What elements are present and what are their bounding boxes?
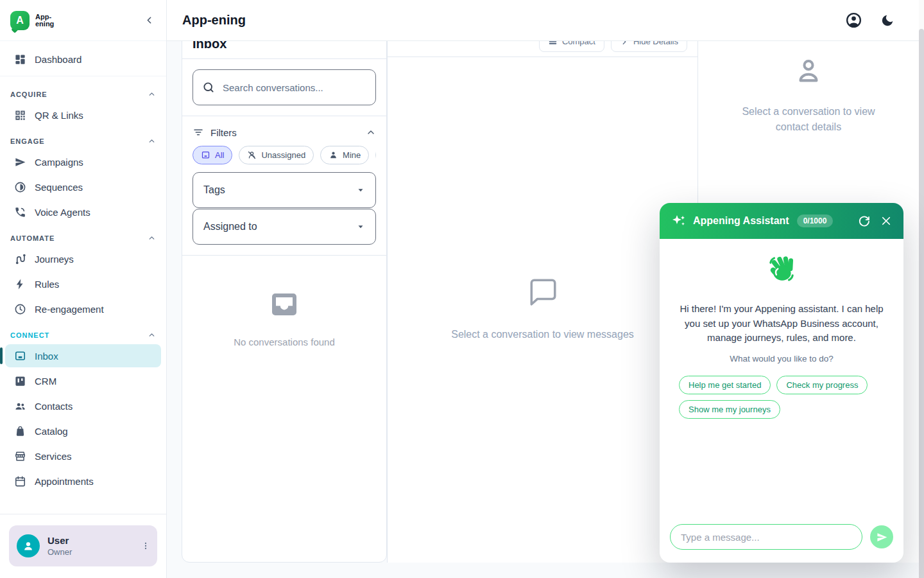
user-meta: User Owner (47, 535, 72, 557)
sidebar-item-appointments[interactable]: Appointments (5, 469, 161, 493)
page-title: App-ening (182, 13, 246, 28)
assistant-message-input[interactable] (670, 524, 862, 550)
dashboard-icon (13, 53, 26, 66)
assistant-widget: Appening Assistant 0/1000 (660, 203, 903, 563)
quick-reply-check-progress[interactable]: Check my progress (776, 376, 868, 394)
caret-down-icon (356, 186, 365, 195)
sidebar-item-inbox[interactable]: Inbox (5, 344, 161, 367)
chip-mine[interactable]: Mine (320, 146, 369, 164)
chip-unassigned[interactable]: Unassigned (239, 146, 314, 164)
sidebar-item-label: Voice Agents (35, 207, 90, 218)
sidebar-item-qr-links[interactable]: QR & Links (5, 103, 161, 127)
page-scrollbar[interactable] (919, 0, 924, 578)
avatar (17, 534, 40, 557)
assistant-greeting: Hi there! I'm your Appening assistant. I… (679, 302, 884, 346)
half-circle-icon (13, 181, 26, 193)
section-label: ENGAGE (10, 137, 45, 145)
sidebar-item-sequences[interactable]: Sequences (5, 175, 161, 198)
sidebar-item-label: CRM (35, 376, 56, 387)
sidebar-item-label: Catalog (35, 426, 68, 437)
moon-icon (880, 13, 894, 28)
sidebar-item-rules[interactable]: Rules (5, 272, 161, 295)
sidebar: A App- ening Dashboard ACQUIRE QR & Link… (0, 0, 167, 578)
assistant-close-button[interactable] (880, 215, 892, 227)
chip-label: All (215, 150, 224, 160)
sidebar-item-contacts[interactable]: Contacts (5, 394, 161, 417)
sidebar-collapse-button[interactable] (144, 15, 155, 26)
filter-chips-row: All Unassigned Mine Unread (193, 146, 376, 164)
sidebar-item-re-engagement[interactable]: Re-engagement (5, 297, 161, 320)
shopping-bag-icon (13, 425, 26, 437)
sidebar-item-label: Sequences (35, 182, 83, 193)
chip-unread[interactable]: Unread (375, 146, 376, 164)
sidebar-item-voice-agents[interactable]: Voice Agents (5, 200, 161, 223)
sidebar-item-dashboard[interactable]: Dashboard (5, 48, 161, 71)
account-button[interactable] (845, 12, 862, 29)
assistant-title: Appening Assistant (693, 215, 789, 227)
filters-header[interactable]: Filters (193, 124, 376, 146)
chevron-left-icon (144, 15, 155, 26)
header-actions (845, 12, 894, 29)
chat-bubble-icon (527, 276, 559, 308)
chevron-up-icon[interactable] (366, 127, 376, 137)
quick-reply-show-journeys[interactable]: Show me my journeys (679, 400, 780, 419)
scrollbar-thumb[interactable] (919, 29, 924, 578)
chevron-up-icon (148, 331, 156, 339)
sidebar-item-campaigns[interactable]: Campaigns (5, 150, 161, 173)
sidebar-item-label: Journeys (35, 254, 74, 265)
sidebar-item-crm[interactable]: CRM (5, 369, 161, 392)
tags-select-label: Tags (203, 184, 225, 196)
section-engage[interactable]: ENGAGE (0, 128, 166, 149)
refresh-icon (858, 215, 870, 227)
sidebar-item-label: QR & Links (35, 110, 83, 121)
sidebar-item-label: Contacts (35, 401, 73, 412)
assistant-send-button[interactable] (870, 525, 893, 548)
sidebar-item-services[interactable]: Services (5, 444, 161, 468)
close-icon (880, 215, 892, 227)
assistant-footer (660, 516, 903, 563)
assistant-header: Appening Assistant 0/1000 (660, 203, 903, 239)
sparkles-icon (671, 213, 687, 229)
person-icon (329, 150, 338, 160)
search-box[interactable] (193, 69, 376, 105)
chevron-up-icon (148, 90, 156, 98)
sidebar-item-label: Inbox (35, 351, 58, 362)
caret-down-icon (356, 222, 365, 231)
send-icon (13, 156, 26, 168)
top-header: App-ening (167, 0, 924, 41)
section-connect[interactable]: CONNECT (0, 322, 166, 343)
inbox-tray-icon (269, 289, 300, 320)
user-menu-button[interactable] (141, 541, 151, 551)
search-input[interactable] (223, 82, 366, 93)
section-automate[interactable]: AUTOMATE (0, 225, 166, 246)
messages-header-divider (388, 57, 697, 57)
qr-code-icon (13, 109, 26, 121)
assistant-refresh-button[interactable] (858, 215, 870, 227)
details-empty-line1: Select a conversation to view (698, 104, 919, 119)
sidebar-item-journeys[interactable]: Journeys (5, 247, 161, 270)
storefront-icon (13, 450, 26, 462)
messages-empty-text: Select a conversation to view messages (388, 329, 697, 340)
messages-panel: Compact Hide Details Select a conversati… (387, 0, 698, 563)
assistant-usage-badge: 0/1000 (797, 215, 834, 227)
user-card[interactable]: User Owner (9, 525, 157, 566)
sidebar-item-label: Appointments (35, 476, 94, 487)
sidebar-item-catalog[interactable]: Catalog (5, 419, 161, 442)
filters-section: Filters All Unassigned Mine (182, 116, 386, 256)
chip-all[interactable]: All (193, 146, 232, 164)
sidebar-item-label: Services (35, 451, 72, 462)
conversations-empty-text: No conversations found (182, 337, 386, 347)
lightning-icon (13, 278, 26, 290)
assistant-quick-replies: Help me get started Check my progress Sh… (679, 376, 884, 419)
app-logo-text: App- ening (35, 13, 54, 28)
filter-icon (193, 127, 204, 138)
inbox-panel: Inbox Filters (182, 31, 387, 563)
sidebar-item-label: Re-engagement (35, 304, 104, 315)
dark-mode-toggle[interactable] (880, 13, 894, 28)
tags-select[interactable]: Tags (193, 172, 376, 208)
quick-reply-get-started[interactable]: Help me get started (679, 376, 771, 394)
assigned-to-select-label: Assigned to (203, 221, 257, 232)
section-acquire[interactable]: ACQUIRE (0, 82, 166, 102)
search-section (182, 59, 386, 116)
assigned-to-select[interactable]: Assigned to (193, 209, 376, 245)
